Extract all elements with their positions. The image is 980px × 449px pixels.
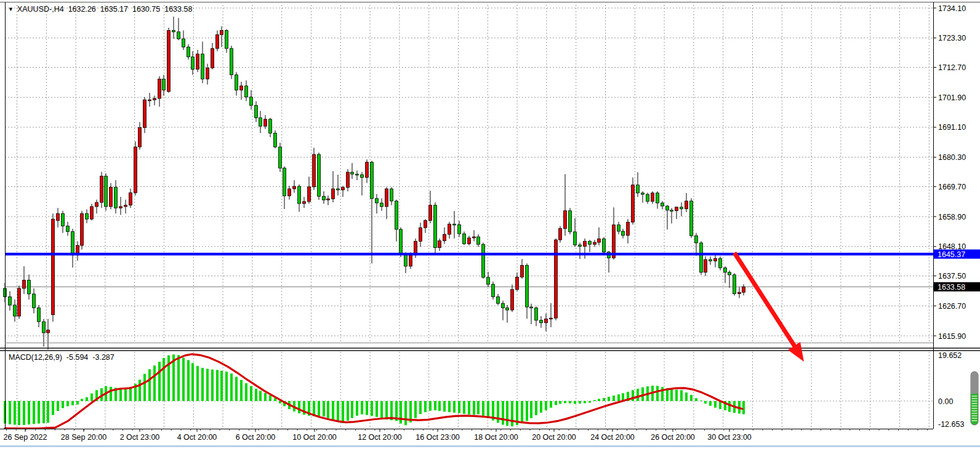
ohlc-low-value: 1630.75 [132, 5, 160, 14]
macd-axis: 19.6520.00-12.653 [938, 351, 964, 429]
time-axis-label: 26 Sep 2022 [4, 433, 47, 442]
svg-text:1633.58: 1633.58 [938, 283, 965, 292]
macd-signal-value: -3.287 [92, 353, 114, 362]
current-price-tag: 1633.58 [934, 282, 980, 292]
time-axis-label: 20 Oct 20:00 [532, 433, 576, 442]
svg-text:1645.37: 1645.37 [938, 250, 965, 259]
price-axis-label: 1734.10 [938, 4, 966, 13]
price-axis-label: 1701.90 [938, 93, 966, 102]
time-axis-label: 26 Oct 20:00 [651, 433, 695, 442]
price-axis-label: 1615.90 [938, 332, 966, 341]
ohlc-high-value: 1635.17 [100, 5, 128, 14]
trend-arrow[interactable] [734, 253, 804, 362]
macd-name-label: MACD(12,26,9) [9, 353, 62, 362]
time-axis-label: 6 Oct 20:00 [236, 433, 276, 442]
time-axis-label: 12 Oct 20:00 [358, 433, 402, 442]
ohlc-close-value: 1633.58 [164, 5, 192, 14]
time-axis-label: 2 Oct 23:00 [120, 433, 160, 442]
macd-main-value: -5.594 [66, 353, 88, 362]
time-axis-label: 18 Oct 20:00 [474, 433, 518, 442]
time-axis: 26 Sep 202228 Sep 20:002 Oct 23:004 Oct … [4, 429, 928, 442]
price-axis-label: 1723.30 [938, 34, 966, 42]
time-axis-label: 4 Oct 20:00 [177, 433, 217, 442]
macd-axis-label: 0.00 [938, 397, 953, 406]
price-axis-label: 1712.70 [938, 63, 966, 72]
time-axis-label: 24 Oct 20:00 [590, 433, 635, 442]
macd-axis-label: 19.652 [938, 351, 962, 360]
candlesticks [4, 17, 745, 349]
level-price-tag: 1645.37 [934, 250, 980, 259]
ohlc-open-value: 1632.26 [68, 5, 96, 14]
price-axis-label: 1637.50 [938, 272, 966, 280]
price-axis-label: 1669.70 [938, 183, 966, 191]
horizontal-level-line[interactable] [5, 253, 933, 255]
chart-canvas[interactable]: 1734.101723.301712.701701.901691.101680.… [0, 0, 980, 449]
price-axis-label: 1691.10 [938, 123, 966, 132]
price-axis-label: 1626.70 [938, 302, 966, 311]
price-axis-label: 1658.90 [938, 213, 966, 221]
chart-title: ▼XAUUSD-,H41632.261635.171630.751633.58 [8, 5, 192, 14]
macd-axis-label: -12.653 [938, 420, 964, 429]
symbol-timeframe-label: XAUUSD-,H4 [17, 5, 64, 14]
chevron-down-icon[interactable]: ▼ [8, 6, 14, 12]
time-axis-label: 28 Sep 20:00 [61, 433, 106, 442]
macd-indicator-label: MACD(12,26,9)-5.594-3.287 [9, 353, 114, 362]
time-axis-label: 30 Oct 23:00 [707, 433, 752, 442]
time-axis-label: 16 Oct 23:00 [416, 433, 460, 442]
time-axis-label: 10 Oct 20:00 [292, 433, 337, 442]
gridlines [5, 5, 933, 429]
trading-chart-window: 1734.101723.301712.701701.901691.101680.… [0, 0, 980, 449]
price-axis-label: 1680.30 [938, 153, 966, 162]
scrollbar-thumb[interactable] [971, 372, 978, 425]
